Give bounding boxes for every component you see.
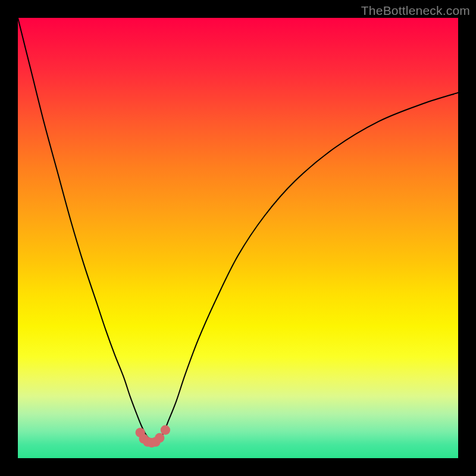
chart-frame: TheBottleneck.com	[0, 0, 476, 476]
bottleneck-curve	[18, 18, 458, 442]
trough-marker	[155, 433, 164, 443]
watermark-text: TheBottleneck.com	[361, 4, 470, 18]
trough-markers-group	[136, 425, 170, 448]
trough-marker	[161, 425, 170, 435]
chart-svg	[18, 18, 458, 458]
chart-plot-area	[18, 18, 458, 458]
